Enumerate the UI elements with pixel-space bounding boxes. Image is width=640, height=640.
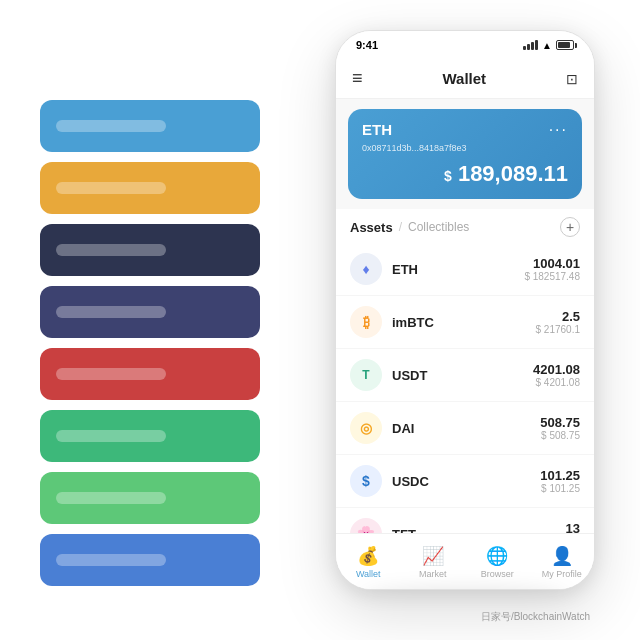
imbtc-icon: ₿ [350,306,382,338]
tab-collectibles[interactable]: Collectibles [408,220,469,234]
card-item-2[interactable] [40,162,260,214]
token-name-dai: DAI [392,421,540,436]
eth-address: 0x08711d3b...8418a7f8e3 [362,143,568,153]
token-dai[interactable]: ◎ DAI 508.75 $ 508.75 [336,402,594,455]
status-bar: 9:41 ▲ [336,31,594,59]
tab-divider: / [399,220,402,234]
nav-wallet[interactable]: 💰 Wallet [336,545,401,579]
usdc-usd: $ 101.25 [540,483,580,494]
eth-name: ETH [362,121,392,138]
card-item-1[interactable] [40,100,260,152]
usdt-icon: T [350,359,382,391]
token-usdt[interactable]: T USDT 4201.08 $ 4201.08 [336,349,594,402]
card-stack [40,100,260,586]
card-bar-8 [56,554,166,566]
card-bar-6 [56,430,166,442]
eth-balance-value: 189,089.11 [458,161,568,186]
wifi-icon: ▲ [542,40,552,51]
card-item-8[interactable] [40,534,260,586]
card-bar-5 [56,368,166,380]
tab-assets[interactable]: Assets [350,220,393,235]
token-usdc[interactable]: $ USDC 101.25 $ 101.25 [336,455,594,508]
add-token-button[interactable]: + [560,217,580,237]
usdt-usd: $ 4201.08 [533,377,580,388]
token-eth[interactable]: ♦ ETH 1004.01 $ 182517.48 [336,243,594,296]
bottom-nav: 💰 Wallet 📈 Market 🌐 Browser 👤 My Profile [336,533,594,589]
card-bar-3 [56,244,166,256]
usdt-amount: 4201.08 [533,362,580,377]
card-item-3[interactable] [40,224,260,276]
battery-icon [556,40,574,50]
token-name-usdt: USDT [392,368,533,383]
page-title: Wallet [442,70,486,87]
wallet-nav-icon: 💰 [357,545,379,567]
eth-amount: 1004.01 [524,256,580,271]
token-name-eth: ETH [392,262,524,277]
eth-amounts: 1004.01 $ 182517.48 [524,256,580,282]
card-item-5[interactable] [40,348,260,400]
tft-icon: 🌸 [350,518,382,533]
card-bar-7 [56,492,166,504]
card-bar-1 [56,120,166,132]
eth-usd: $ 182517.48 [524,271,580,282]
token-name-imbtc: imBTC [392,315,536,330]
token-list: ♦ ETH 1004.01 $ 182517.48 ₿ imBTC 2.5 $ … [336,243,594,533]
card-bar-4 [56,306,166,318]
usdc-amounts: 101.25 $ 101.25 [540,468,580,494]
card-item-6[interactable] [40,410,260,462]
tft-amount: 13 [566,521,580,533]
status-icons: ▲ [523,40,574,51]
dai-amounts: 508.75 $ 508.75 [540,415,580,441]
assets-header: Assets / Collectibles + [336,209,594,243]
browser-nav-label: Browser [481,569,514,579]
token-tft[interactable]: 🌸 TFT 13 0 [336,508,594,533]
card-item-4[interactable] [40,286,260,338]
dai-amount: 508.75 [540,415,580,430]
usdc-icon: $ [350,465,382,497]
dollar-sign: $ [444,168,452,184]
eth-balance: $ 189,089.11 [362,161,568,187]
nav-market[interactable]: 📈 Market [401,545,466,579]
assets-tabs: Assets / Collectibles [350,220,469,235]
browser-nav-icon: 🌐 [486,545,508,567]
status-time: 9:41 [356,39,378,51]
dai-icon: ◎ [350,412,382,444]
token-imbtc[interactable]: ₿ imBTC 2.5 $ 21760.1 [336,296,594,349]
nav-browser[interactable]: 🌐 Browser [465,545,530,579]
eth-card[interactable]: ETH ··· 0x08711d3b...8418a7f8e3 $ 189,08… [348,109,582,199]
nav-profile[interactable]: 👤 My Profile [530,545,595,579]
market-nav-icon: 📈 [422,545,444,567]
imbtc-amounts: 2.5 $ 21760.1 [536,309,581,335]
token-name-usdc: USDC [392,474,540,489]
imbtc-amount: 2.5 [536,309,581,324]
card-bar-2 [56,182,166,194]
dai-usd: $ 508.75 [540,430,580,441]
usdc-amount: 101.25 [540,468,580,483]
profile-nav-label: My Profile [542,569,582,579]
phone-mockup: 9:41 ▲ ≡ Wal [335,30,595,590]
wallet-nav-label: Wallet [356,569,381,579]
eth-more-icon[interactable]: ··· [549,121,568,139]
card-item-7[interactable] [40,472,260,524]
profile-nav-icon: 👤 [551,545,573,567]
imbtc-usd: $ 21760.1 [536,324,581,335]
menu-icon[interactable]: ≡ [352,68,363,89]
scene: 9:41 ▲ ≡ Wal [0,0,640,640]
watermark: 日家号/BlockchainWatch [481,610,590,624]
signal-icon [523,40,538,50]
eth-icon: ♦ [350,253,382,285]
scan-icon[interactable]: ⊡ [566,71,578,87]
tft-amounts: 13 0 [566,521,580,533]
header: ≡ Wallet ⊡ [336,59,594,99]
market-nav-label: Market [419,569,447,579]
usdt-amounts: 4201.08 $ 4201.08 [533,362,580,388]
